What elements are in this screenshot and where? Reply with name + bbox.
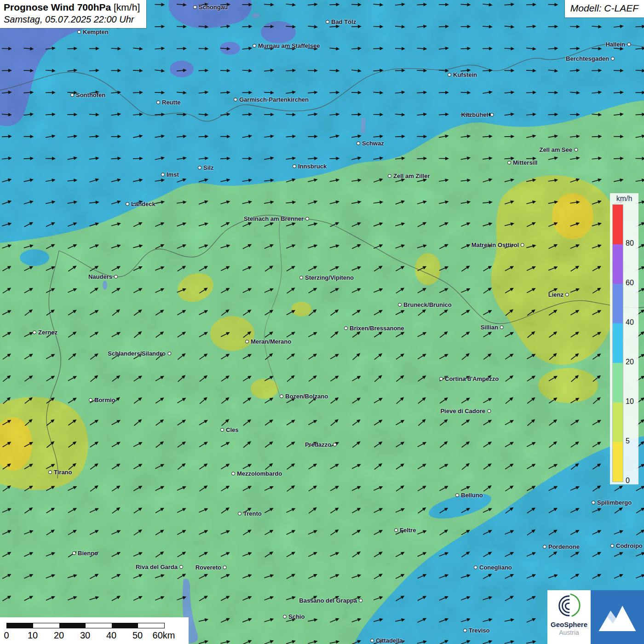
wind-forecast-map-page: SchongauBad TölzKemptenMurnau am Staffel… <box>0 0 644 644</box>
legend-color-block <box>613 402 623 442</box>
legend-boundary-label: 0 <box>626 477 630 485</box>
model-box: Modell: C-LAEF <box>565 0 644 17</box>
legend-color-block <box>613 244 623 284</box>
geosphere-logo: GeoSphere Austria <box>547 590 591 644</box>
legend-title: km/h <box>612 195 636 203</box>
legend-boundary-label: 40 <box>626 318 634 327</box>
scale-segment <box>7 623 33 628</box>
title-box: Prognose Wind 700hPa [km/h] Samstag, 05.… <box>0 0 146 28</box>
scale-label: 30 <box>80 630 90 641</box>
legend: km/h 806040201050 <box>610 193 638 484</box>
legend-boundary-label: 20 <box>626 358 634 366</box>
logo-org-text: GeoSphere <box>547 621 591 629</box>
legend-boundary-label: 60 <box>626 279 634 287</box>
legend-color-block <box>613 323 623 363</box>
scale-label: 10 <box>28 630 38 641</box>
scale-label: 0 <box>4 630 9 641</box>
map-canvas <box>0 0 644 644</box>
scale-label: 40 <box>106 630 116 641</box>
terrain-shading <box>0 0 644 644</box>
model-label: Modell: C-LAEF <box>570 3 638 13</box>
scale-segment <box>59 623 86 628</box>
legend-color-block <box>613 284 623 323</box>
geosphere-logo-icon <box>556 592 582 619</box>
scale-label: 50 <box>132 630 143 641</box>
scale-bar-segments <box>6 623 165 628</box>
scale-segment <box>138 623 164 628</box>
legend-boundary-label: 10 <box>626 397 634 406</box>
logo-country-text: Austria <box>547 629 591 637</box>
scale-bar: 0102030405060km <box>0 617 189 644</box>
scale-segment <box>33 623 59 628</box>
title-unit: [km/h] <box>111 2 140 12</box>
page-title: Prognose Wind 700hPa [km/h] <box>4 2 140 13</box>
legend-boundary-label: 80 <box>626 239 634 247</box>
legend-color-block <box>613 363 623 402</box>
scale-segment <box>112 623 138 628</box>
scale-bar-labels: 0102030405060km <box>6 630 186 642</box>
page-subtitle: Samstag, 05.07.2025 22:00 Uhr <box>4 14 140 25</box>
legend-bar-wrap: 806040201050 <box>612 204 636 482</box>
legend-labels: 806040201050 <box>623 204 636 482</box>
scale-segment <box>86 623 112 628</box>
title-main: Prognose Wind 700hPa <box>4 2 111 12</box>
legend-bar <box>612 204 623 482</box>
legend-color-block <box>613 442 623 482</box>
legend-color-block <box>613 205 623 244</box>
scale-label: 20 <box>54 630 64 641</box>
scale-label: 60km <box>153 630 175 641</box>
legend-boundary-label: 5 <box>626 437 630 445</box>
mountain-icon <box>596 601 638 634</box>
partner-logo <box>591 590 644 644</box>
